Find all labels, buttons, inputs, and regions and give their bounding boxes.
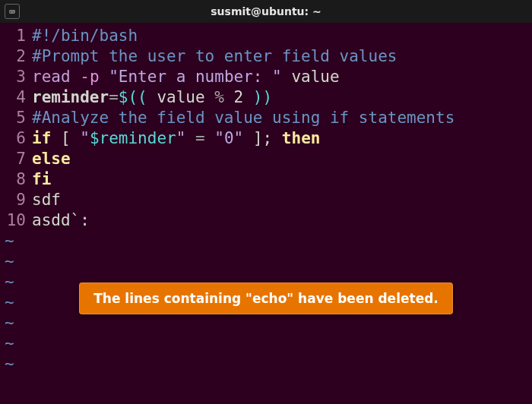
code-token: asdd`: [32, 211, 90, 229]
editor-line[interactable]: 6if [ "$reminder" = "0" ]; then [2, 128, 532, 149]
editor-line[interactable]: 10asdd`: [2, 210, 532, 231]
line-number: 6 [2, 128, 32, 149]
editor-line[interactable]: 7else [2, 149, 532, 169]
code-token [71, 68, 81, 86]
code-token: sdf [32, 191, 61, 209]
code-token: then [282, 129, 321, 147]
editor-line[interactable]: 9sdf [2, 190, 532, 210]
editor-line[interactable]: 3read -p "Enter a number: " value [2, 67, 532, 87]
titlebar: ⌨ susmit@ubuntu: ~ [0, 0, 532, 23]
line-code[interactable]: sdf [32, 190, 532, 210]
line-code[interactable]: read -p "Enter a number: " value [32, 67, 532, 87]
line-number: 7 [2, 149, 32, 169]
editor-line[interactable]: 2#Prompt the user to enter field values [2, 46, 532, 67]
line-number: 10 [2, 210, 32, 231]
line-code[interactable]: #!/bin/bash [32, 26, 532, 46]
code-token: read [32, 68, 71, 86]
editor-line[interactable]: 4reminder=$(( value % 2 )) [2, 87, 532, 108]
code-token: % [214, 88, 224, 106]
empty-line-tilde: ~ [2, 272, 532, 292]
empty-line-tilde: ~ [2, 354, 532, 374]
code-token: ]; [253, 129, 282, 147]
code-token: value [147, 88, 215, 106]
empty-line-tilde: ~ [2, 333, 532, 354]
terminal-app-icon[interactable]: ⌨ [5, 4, 20, 19]
code-token [185, 129, 195, 147]
line-number: 5 [2, 108, 32, 128]
code-token [51, 129, 61, 147]
line-code[interactable]: if [ "$reminder" = "0" ]; then [32, 128, 532, 149]
code-token: "Enter a number: " [109, 68, 282, 86]
code-token [243, 129, 253, 147]
empty-line-tilde: ~ [2, 251, 532, 272]
line-code[interactable]: else [32, 149, 532, 169]
code-token: " [80, 129, 90, 147]
editor-line[interactable]: 5#Analyze the field value using if state… [2, 108, 532, 128]
editor-line[interactable]: 8fi [2, 169, 532, 190]
code-token: = [195, 129, 205, 147]
line-number: 3 [2, 67, 32, 87]
line-number: 9 [2, 190, 32, 210]
code-token: $(( [119, 88, 147, 106]
code-token: reminder [32, 88, 109, 106]
line-number: 4 [2, 87, 32, 108]
line-code[interactable]: fi [32, 169, 532, 190]
editor-line[interactable]: 1#!/bin/bash [2, 26, 532, 46]
line-number: 2 [2, 46, 32, 67]
code-token: 2 [224, 88, 253, 106]
window-title: susmit@ubuntu: ~ [0, 5, 532, 17]
line-code[interactable]: asdd`: [32, 210, 532, 231]
code-token: "0" [214, 129, 243, 147]
empty-line-tilde: ~ [2, 313, 532, 333]
code-token: if [32, 129, 51, 147]
line-number: 1 [2, 26, 32, 46]
line-code[interactable]: #Analyze the field value using if statem… [32, 108, 532, 128]
code-token: = [109, 88, 119, 106]
code-token [100, 68, 109, 86]
code-token [205, 129, 215, 147]
code-token: value [282, 68, 340, 86]
code-token: else [32, 150, 71, 168]
code-token: " [176, 129, 186, 147]
editor-viewport[interactable]: 1#!/bin/bash2#Prompt the user to enter f… [0, 23, 532, 374]
code-token: fi [32, 170, 51, 188]
empty-line-tilde: ~ [2, 231, 532, 251]
terminal-app-icon-glyph: ⌨ [9, 6, 15, 17]
code-token: -p [80, 68, 99, 86]
empty-line-tilde: ~ [2, 292, 532, 313]
line-code[interactable]: #Prompt the user to enter field values [32, 46, 532, 67]
line-code[interactable]: reminder=$(( value % 2 )) [32, 87, 532, 108]
code-token: )) [253, 88, 272, 106]
code-token: #!/bin/bash [32, 27, 138, 45]
code-token: #Analyze the field value using if statem… [32, 109, 454, 127]
line-number: 8 [2, 169, 32, 190]
code-token: [ [61, 129, 80, 147]
code-token: $reminder [90, 129, 176, 147]
code-token: #Prompt the user to enter field values [32, 47, 397, 65]
